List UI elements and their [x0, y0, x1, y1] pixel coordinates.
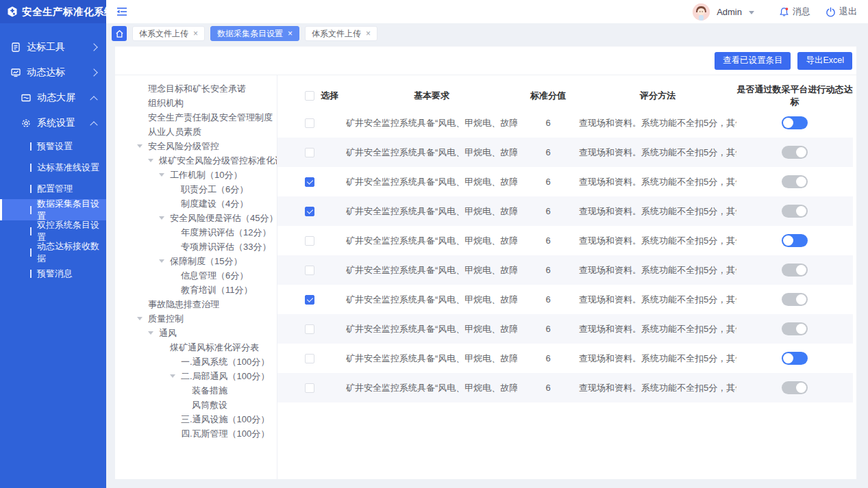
dynamic-toggle[interactable] [782, 234, 808, 247]
tab-2[interactable]: 体系文件上传× [305, 26, 377, 41]
sidebar-item-5[interactable]: 达标基准线设置 [0, 157, 106, 178]
table-body: 矿井安全监控系统具备“风电、甲烷电、故障”闭锁及手...6查现场和资料。系统功能… [277, 108, 853, 402]
tree-expand-caret-icon[interactable] [148, 331, 159, 335]
user-menu[interactable]: Admin [717, 7, 742, 17]
table-header-row: 选择 基本要求 标准分值 评分方法 是否通过数采平台进行动态达标 [277, 84, 853, 108]
dynamic-toggle[interactable] [782, 381, 808, 394]
monitor-icon [10, 67, 21, 78]
sidebar-item-2[interactable]: 动态大屏 [0, 85, 106, 110]
score-cell: 6 [517, 235, 579, 246]
avatar[interactable] [693, 3, 710, 21]
row-checkbox[interactable] [305, 354, 314, 363]
tree-node-8[interactable]: 制度建设（4分） [137, 196, 274, 211]
tree-expand-caret-icon[interactable] [170, 374, 181, 378]
select-all-checkbox[interactable] [305, 91, 314, 101]
dynamic-toggle[interactable] [782, 146, 808, 159]
collapse-menu-icon[interactable] [116, 6, 128, 17]
tree-node-20[interactable]: 二.局部通风（100分） [137, 369, 274, 383]
score-cell: 6 [517, 324, 579, 334]
header-dynamic: 是否通过数采平台进行动态达标 [736, 84, 853, 108]
tree-node-0[interactable]: 理念目标和矿长安全承诺 [137, 81, 274, 96]
dynamic-toggle[interactable] [782, 293, 808, 306]
dynamic-toggle[interactable] [782, 352, 808, 365]
row-checkbox[interactable] [305, 266, 314, 275]
header-select-label: 选择 [321, 90, 338, 102]
tree-expand-caret-icon[interactable] [159, 216, 170, 220]
tab-0[interactable]: 体系文件上传× [132, 26, 205, 41]
toggle-knob [796, 265, 806, 275]
score-cell: 6 [517, 383, 579, 393]
row-checkbox[interactable] [305, 383, 314, 393]
sidebar-item-8[interactable]: 双控系统条目设置 [0, 220, 106, 242]
tree-node-1[interactable]: 组织机构 [137, 96, 274, 110]
sidebar-item-6[interactable]: 配置管理 [0, 178, 106, 199]
power-icon [826, 7, 836, 17]
sidebar-item-3[interactable]: 系统设置 [0, 110, 106, 136]
row-checkbox[interactable] [305, 324, 314, 334]
tree-expand-caret-icon[interactable] [137, 317, 148, 320]
tree-node-label: 职责分工（6分） [181, 183, 248, 196]
score-cell: 6 [517, 206, 579, 216]
tab-1[interactable]: 数据采集条目设置× [210, 26, 299, 41]
topbar: Admin 消息 退出 [106, 0, 868, 23]
row-select-cell [277, 148, 346, 157]
tree-node-10[interactable]: 年度辨识评估（12分） [137, 225, 274, 240]
tree-node-18[interactable]: 煤矿通风标准化评分表 [137, 340, 274, 355]
tree-node-7[interactable]: 职责分工（6分） [137, 182, 274, 196]
messages-link[interactable]: 消息 [779, 5, 810, 18]
score-cell: 6 [517, 118, 579, 128]
chevron-right-icon [90, 68, 97, 76]
tree-expand-caret-icon[interactable] [148, 159, 159, 162]
tree-node-23[interactable]: 三.通风设施（100分） [137, 412, 274, 426]
row-checkbox[interactable] [305, 118, 314, 128]
content-card: 查看已设置条目 导出Excel 理念目标和矿长安全承诺组织机构安全生产责任制及安… [115, 47, 856, 479]
tree-node-11[interactable]: 专项辨识评估（33分） [137, 240, 274, 254]
logout-link[interactable]: 退出 [826, 5, 857, 18]
tree-node-4[interactable]: 安全风险分级管控 [137, 139, 274, 153]
dynamic-toggle[interactable] [782, 322, 808, 335]
export-excel-button[interactable]: 导出Excel [797, 52, 852, 70]
tree-node-13[interactable]: 信息管理（6分） [137, 268, 274, 283]
requirement-cell: 矿井安全监控系统具备“风电、甲烷电、故障”闭锁及手... [346, 176, 517, 188]
tree-node-17[interactable]: 通风 [137, 326, 274, 340]
requirement-cell: 矿井安全监控系统具备“风电、甲烷电、故障”闭锁及手... [346, 146, 517, 159]
row-checkbox[interactable] [305, 207, 314, 216]
sidebar-item-1[interactable]: 动态达标 [0, 60, 106, 85]
tab-close-icon[interactable]: × [288, 29, 293, 38]
tree-node-14[interactable]: 教育培训（11分） [137, 283, 274, 297]
dynamic-toggle[interactable] [782, 205, 808, 218]
row-checkbox[interactable] [305, 148, 314, 157]
tree-node-21[interactable]: 装备措施 [137, 383, 274, 398]
sidebar-item-0[interactable]: 达标工具 [0, 34, 106, 60]
tree-node-15[interactable]: 事故隐患排查治理 [137, 297, 274, 311]
tree-node-2[interactable]: 安全生产责任制及安全管理制度 [137, 110, 274, 125]
tree-node-19[interactable]: 一.通风系统（100分） [137, 355, 274, 369]
tab-close-icon[interactable]: × [193, 29, 198, 38]
row-checkbox[interactable] [305, 177, 314, 187]
tree-node-3[interactable]: 从业人员素质 [137, 125, 274, 139]
tree-node-9[interactable]: 安全风险便是评估（45分） [137, 211, 274, 225]
tree-expand-caret-icon[interactable] [159, 259, 170, 263]
sidebar-item-4[interactable]: 预警设置 [0, 136, 106, 157]
sidebar-item-10[interactable]: 预警消息 [0, 263, 106, 284]
toggle-knob [783, 118, 793, 128]
row-checkbox[interactable] [305, 295, 314, 305]
tree-expand-caret-icon[interactable] [159, 173, 170, 177]
tree-node-16[interactable]: 质量控制 [137, 311, 274, 326]
sidebar-item-9[interactable]: 动态达标接收数据 [0, 242, 106, 263]
tree-expand-caret-icon[interactable] [137, 144, 148, 148]
sidebar-item-7[interactable]: 数据采集条目设置 [0, 199, 106, 220]
tree-node-5[interactable]: 煤矿安全风险分级管控标准化评分表 [137, 153, 274, 168]
tree-node-12[interactable]: 保障制度（15分） [137, 254, 274, 268]
row-checkbox[interactable] [305, 236, 314, 246]
chevron-down-icon[interactable] [749, 11, 754, 14]
tree-node-22[interactable]: 风筒敷设 [137, 398, 274, 412]
tab-close-icon[interactable]: × [366, 29, 371, 38]
dynamic-toggle[interactable] [782, 116, 808, 129]
tree-node-24[interactable]: 四.瓦斯管理（100分） [137, 426, 274, 441]
home-tab-button[interactable] [112, 26, 127, 41]
view-set-items-button[interactable]: 查看已设置条目 [715, 52, 791, 70]
tree-node-6[interactable]: 工作机制（10分） [137, 168, 274, 182]
dynamic-toggle[interactable] [782, 175, 808, 188]
dynamic-toggle[interactable] [782, 264, 808, 277]
